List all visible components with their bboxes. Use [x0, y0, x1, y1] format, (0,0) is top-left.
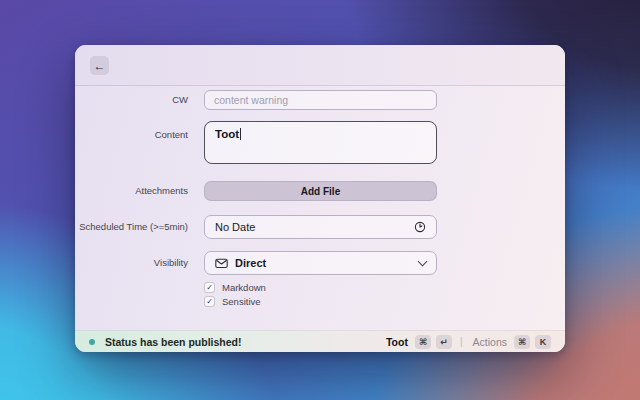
- visibility-dropdown[interactable]: Direct: [204, 251, 437, 275]
- visibility-label: Visibility: [154, 257, 188, 269]
- content-textarea[interactable]: Toot: [204, 121, 437, 164]
- toot-shortcut-label: Toot: [386, 336, 408, 348]
- content-text: Toot: [215, 128, 239, 140]
- k-key[interactable]: K: [535, 335, 551, 349]
- back-button[interactable]: ←: [90, 56, 109, 75]
- cw-label: CW: [172, 94, 188, 106]
- cw-input[interactable]: [204, 90, 437, 110]
- return-key-icon[interactable]: ↵: [436, 335, 452, 349]
- shortcut-hints: Toot ⌘ ↵ | Actions ⌘ K: [386, 335, 551, 349]
- actions-shortcut-label: Actions: [473, 336, 507, 348]
- add-file-button[interactable]: Add File: [204, 181, 437, 201]
- text-caret: [240, 128, 241, 140]
- check-icon: ✓: [206, 298, 213, 306]
- attachments-label: Attechments: [135, 185, 188, 197]
- markdown-checkbox-label: Markdown: [222, 282, 266, 293]
- back-arrow-icon: ←: [94, 59, 106, 73]
- markdown-checkbox[interactable]: ✓: [204, 282, 215, 293]
- window-header: ←: [75, 45, 565, 86]
- sensitive-checkbox[interactable]: ✓: [204, 296, 215, 307]
- check-icon: ✓: [206, 284, 213, 292]
- shortcut-separator: |: [460, 336, 463, 347]
- command-key-icon[interactable]: ⌘: [514, 335, 530, 349]
- visibility-value: Direct: [235, 257, 266, 269]
- envelope-icon: [215, 258, 228, 269]
- scheduled-time-value: No Date: [215, 221, 255, 233]
- desktop-background: ← CW Content Toot Attechments Add File S…: [0, 0, 640, 400]
- status-dot-icon: [89, 339, 95, 345]
- scheduled-time-label: Scheduled Time (>=5min): [79, 221, 188, 233]
- status-message: Status has been published!: [105, 336, 242, 348]
- chevron-down-icon: [419, 261, 426, 265]
- command-key-icon[interactable]: ⌘: [415, 335, 431, 349]
- status-bar: Status has been published! Toot ⌘ ↵ | Ac…: [75, 330, 565, 352]
- scheduled-time-field[interactable]: No Date: [204, 215, 437, 239]
- add-file-button-label: Add File: [301, 186, 340, 197]
- sensitive-checkbox-label: Sensitive: [222, 296, 261, 307]
- clock-icon: [414, 221, 426, 233]
- compose-window: ← CW Content Toot Attechments Add File S…: [75, 45, 565, 352]
- sensitive-checkbox-row[interactable]: ✓ Sensitive: [204, 296, 261, 307]
- markdown-checkbox-row[interactable]: ✓ Markdown: [204, 282, 266, 293]
- content-label: Content: [155, 129, 188, 141]
